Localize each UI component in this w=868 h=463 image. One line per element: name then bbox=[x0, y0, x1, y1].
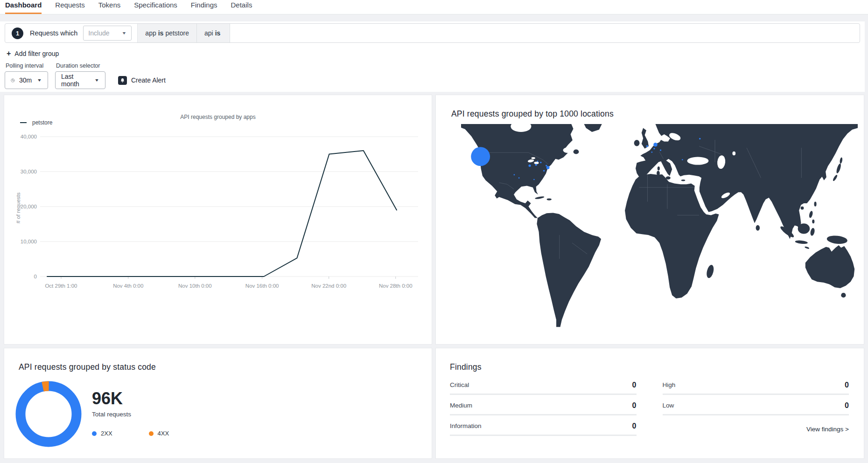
panel-requests-by-location: API requests grouped by top 1000 locatio… bbox=[435, 95, 864, 345]
svg-text:0: 0 bbox=[34, 274, 37, 279]
location-dot bbox=[543, 170, 545, 172]
finding-value: 0 bbox=[845, 381, 849, 389]
finding-row-low: Low 0 bbox=[663, 401, 849, 415]
clock-icon bbox=[11, 77, 15, 84]
filter-intro-label: Requests which bbox=[30, 29, 77, 37]
chip-operator: is bbox=[215, 29, 221, 37]
filter-chip-app[interactable]: app is petstore bbox=[138, 24, 197, 42]
svg-text:# of requests: # of requests bbox=[15, 193, 21, 224]
chevron-down-icon: ▼ bbox=[94, 78, 99, 83]
location-dot bbox=[546, 165, 547, 166]
chip-value: petstore bbox=[165, 29, 189, 37]
finding-label: Information bbox=[450, 422, 482, 429]
filter-chip-group: app is petstore api is bbox=[137, 24, 230, 42]
filter-mode-select[interactable]: Include ▼ bbox=[83, 26, 132, 41]
location-dot bbox=[653, 143, 658, 147]
location-dot bbox=[651, 152, 652, 153]
legend-label-2xx: 2XX bbox=[101, 430, 112, 437]
requests-line-chart: 40,00030,00020,00010,0000Oct 29th 1:00No… bbox=[4, 126, 433, 294]
top-tab-bar: Dashboard Requests Tokens Specifications… bbox=[0, 0, 868, 14]
filter-group-card: 1 Requests which Include ▼ app is petsto… bbox=[5, 23, 860, 43]
add-filter-group-button[interactable]: + Add filter group bbox=[7, 49, 59, 58]
create-alert-label: Create Alert bbox=[131, 76, 166, 84]
duration-selector-value: Last month bbox=[61, 73, 89, 88]
location-dot bbox=[699, 138, 700, 139]
location-dot bbox=[529, 165, 531, 167]
finding-label: Critical bbox=[450, 381, 469, 388]
legend-line-swatch bbox=[20, 122, 27, 124]
filter-header: 1 Requests which Include ▼ app is petsto… bbox=[0, 21, 865, 92]
line-chart-legend: petstore bbox=[20, 119, 52, 126]
plus-icon: + bbox=[7, 49, 11, 58]
tab-details[interactable]: Details bbox=[231, 0, 252, 14]
panel-findings: Findings Critical 0 High 0 Medium 0 Low … bbox=[435, 348, 864, 459]
svg-text:Nov 28th 0:00: Nov 28th 0:00 bbox=[379, 283, 413, 289]
create-alert-button[interactable]: Create Alert bbox=[118, 76, 166, 85]
tab-requests[interactable]: Requests bbox=[55, 0, 84, 14]
svg-text:Nov 4th 0:00: Nov 4th 0:00 bbox=[113, 283, 143, 289]
tab-specifications[interactable]: Specifications bbox=[134, 0, 177, 14]
polling-interval-select[interactable]: 30m ▼ bbox=[5, 71, 48, 89]
location-dot bbox=[537, 161, 539, 162]
findings-title: Findings bbox=[450, 362, 482, 372]
location-dot bbox=[533, 179, 535, 180]
legend-dot-2xx bbox=[92, 431, 97, 436]
add-filter-group-label: Add filter group bbox=[14, 50, 59, 57]
donut-title: API requests grouped by status code bbox=[19, 362, 156, 372]
finding-label: Low bbox=[663, 402, 674, 409]
legend-dot-4xx bbox=[149, 431, 154, 436]
finding-value: 0 bbox=[845, 401, 849, 410]
tab-tokens[interactable]: Tokens bbox=[98, 0, 121, 14]
finding-row-critical: Critical 0 bbox=[450, 381, 637, 395]
chevron-down-icon: ▼ bbox=[37, 78, 42, 83]
view-findings-link[interactable]: View findings > bbox=[806, 426, 849, 433]
svg-text:Nov 10th 0:00: Nov 10th 0:00 bbox=[178, 283, 212, 289]
line-chart-title: API requests grouped by apps bbox=[4, 114, 432, 120]
finding-row-information: Information 0 bbox=[450, 422, 637, 436]
finding-label: High bbox=[663, 381, 676, 388]
svg-text:Oct 29th 1:00: Oct 29th 1:00 bbox=[45, 283, 77, 289]
polling-interval-value: 30m bbox=[19, 76, 32, 84]
location-dot bbox=[518, 177, 520, 179]
svg-text:Nov 22nd 0:00: Nov 22nd 0:00 bbox=[311, 283, 346, 289]
chip-field: api bbox=[204, 29, 213, 37]
total-requests-value: 96K bbox=[92, 390, 169, 407]
map-title: API requests grouped by top 1000 locatio… bbox=[451, 109, 614, 119]
location-dot bbox=[682, 159, 683, 160]
svg-text:20,000: 20,000 bbox=[21, 204, 37, 209]
legend-item-2xx: 2XX bbox=[92, 430, 112, 437]
donut-legend: 2XX 4XX bbox=[92, 430, 169, 437]
filter-group-number-badge: 1 bbox=[12, 28, 23, 39]
location-dot bbox=[540, 162, 541, 163]
location-dot bbox=[514, 174, 515, 175]
world-map bbox=[461, 124, 858, 330]
finding-value: 0 bbox=[632, 381, 637, 389]
location-dot bbox=[653, 148, 655, 149]
chip-field: app bbox=[145, 29, 156, 37]
donut-summary: 96K Total requests 2XX 4XX bbox=[92, 390, 169, 437]
location-dot bbox=[546, 166, 550, 169]
finding-row-medium: Medium 0 bbox=[450, 401, 637, 415]
panel-requests-by-status: API requests grouped by status code 96K … bbox=[4, 348, 432, 459]
finding-value: 0 bbox=[632, 401, 637, 410]
svg-text:30,000: 30,000 bbox=[21, 169, 37, 174]
polling-interval-label: Polling interval bbox=[6, 62, 56, 69]
svg-text:40,000: 40,000 bbox=[21, 134, 37, 139]
finding-label: Medium bbox=[450, 402, 472, 409]
tab-dashboard[interactable]: Dashboard bbox=[5, 0, 42, 14]
total-requests-label: Total requests bbox=[92, 411, 169, 418]
location-dot bbox=[646, 145, 648, 147]
panel-requests-by-app: API requests grouped by apps petstore 40… bbox=[4, 95, 432, 345]
filter-chip-api[interactable]: api is bbox=[197, 24, 230, 42]
tab-findings[interactable]: Findings bbox=[191, 0, 217, 14]
chevron-down-icon: ▼ bbox=[121, 31, 126, 35]
finding-value: 0 bbox=[632, 422, 637, 430]
location-dot bbox=[535, 164, 537, 166]
divider-strip bbox=[0, 14, 868, 21]
finding-row-high: High 0 bbox=[663, 381, 849, 395]
svg-text:10,000: 10,000 bbox=[21, 239, 37, 244]
duration-selector-select[interactable]: Last month ▼ bbox=[55, 71, 105, 89]
findings-grid: Critical 0 High 0 Medium 0 Low 0 Informa… bbox=[450, 381, 849, 436]
legend-series-label: petstore bbox=[32, 119, 52, 126]
svg-text:Nov 16th 0:00: Nov 16th 0:00 bbox=[245, 283, 279, 289]
